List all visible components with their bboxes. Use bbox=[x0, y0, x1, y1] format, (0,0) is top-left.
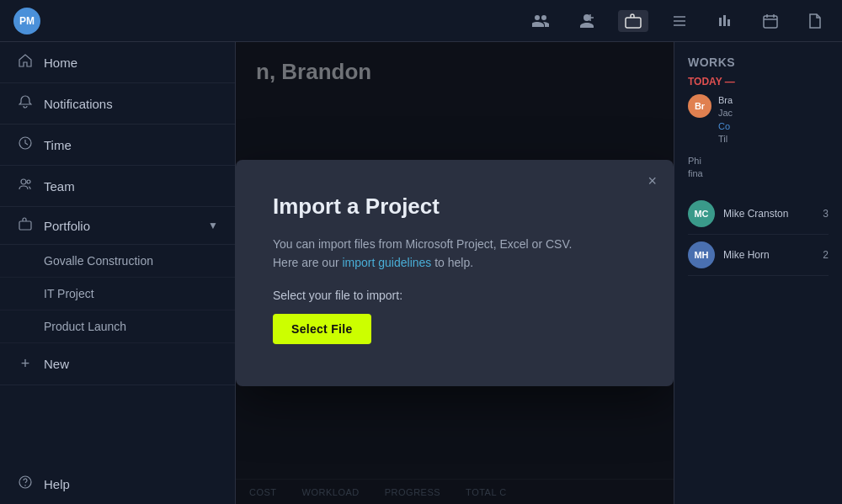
plus-icon: + bbox=[17, 355, 34, 373]
activity-text-2: Phifina bbox=[688, 155, 703, 181]
briefcase-nav-icon[interactable] bbox=[618, 10, 648, 32]
right-panel-title: Works bbox=[688, 56, 829, 69]
member-avatar-mh: MH bbox=[688, 241, 715, 268]
sidebar-item-portfolio[interactable]: Portfolio ▼ bbox=[0, 207, 235, 245]
chart-nav-icon[interactable] bbox=[711, 11, 739, 31]
sidebar-subitem-it-label: IT Project bbox=[44, 287, 94, 300]
top-nav: PM bbox=[0, 0, 842, 42]
sidebar: Home Notifications Time bbox=[0, 42, 236, 504]
sidebar-subitem-govalle-label: Govalle Construction bbox=[44, 254, 153, 268]
home-icon bbox=[17, 54, 34, 71]
member-name-mc: Mike Cranston bbox=[723, 208, 814, 220]
members-section: MC Mike Cranston 3 MH Mike Horn 2 bbox=[688, 194, 829, 276]
svg-rect-7 bbox=[764, 16, 777, 28]
import-guidelines-link[interactable]: import guidelines bbox=[342, 256, 431, 269]
svg-rect-5 bbox=[723, 15, 726, 26]
chevron-down-icon: ▼ bbox=[208, 220, 218, 231]
help-icon bbox=[17, 475, 34, 492]
svg-rect-6 bbox=[727, 19, 730, 26]
activity-extra: Phifina bbox=[688, 156, 703, 178]
member-item-mc: MC Mike Cranston 3 bbox=[688, 194, 829, 235]
list-nav-icon[interactable] bbox=[665, 11, 694, 31]
import-project-modal: × Import a Project You can import files … bbox=[236, 160, 674, 387]
team-sidebar-icon bbox=[17, 178, 34, 194]
sidebar-item-home-label: Home bbox=[44, 56, 77, 70]
member-avatar-mc: MC bbox=[688, 200, 715, 227]
modal-description: You can import files from Microsoft Proj… bbox=[273, 235, 637, 273]
member-count-mc: 3 bbox=[823, 208, 829, 220]
activity-item-2: Phifina bbox=[688, 155, 829, 181]
modal-description-text2: Here are our bbox=[273, 256, 342, 269]
activity-name: Bra bbox=[718, 95, 733, 105]
right-panel: Works TODAY — Br Bra Jac Co Til Phifina … bbox=[674, 42, 842, 504]
main-layout: Home Notifications Time bbox=[0, 42, 842, 504]
sidebar-item-portfolio-label: Portfolio bbox=[44, 219, 90, 233]
member-name-mh: Mike Horn bbox=[723, 249, 814, 261]
sidebar-item-notifications[interactable]: Notifications bbox=[0, 83, 235, 125]
svg-rect-0 bbox=[626, 18, 641, 28]
svg-rect-4 bbox=[719, 18, 722, 26]
sidebar-item-help-label: Help bbox=[44, 477, 70, 491]
member-item-mh: MH Mike Horn 2 bbox=[688, 235, 829, 276]
modal-title: Import a Project bbox=[273, 194, 637, 220]
team-nav-icon[interactable] bbox=[573, 10, 601, 32]
time-icon bbox=[17, 136, 34, 153]
modal-description-text3: to help. bbox=[431, 256, 473, 269]
sidebar-subitem-it[interactable]: IT Project bbox=[0, 278, 235, 310]
sidebar-subitem-product[interactable]: Product Launch bbox=[0, 310, 235, 343]
sidebar-item-notifications-label: Notifications bbox=[44, 97, 113, 111]
modal-close-button[interactable]: × bbox=[647, 173, 657, 188]
svg-point-16 bbox=[24, 485, 26, 486]
svg-rect-14 bbox=[19, 221, 31, 230]
portfolio-icon bbox=[17, 217, 34, 234]
activity-item-1: Br Bra Jac Co Til bbox=[688, 94, 829, 146]
members-nav-icon[interactable] bbox=[525, 10, 556, 32]
svg-point-15 bbox=[19, 476, 31, 488]
modal-select-label: Select your file to import: bbox=[273, 289, 637, 302]
sidebar-item-home[interactable]: Home bbox=[0, 42, 235, 83]
today-label: TODAY — bbox=[688, 76, 829, 88]
svg-point-13 bbox=[27, 180, 30, 183]
activity-link[interactable]: Co bbox=[718, 121, 730, 131]
member-count-mh: 2 bbox=[823, 249, 829, 261]
sidebar-item-help[interactable]: Help bbox=[0, 464, 235, 504]
content-area: n, Brandon COST WORKLOAD PROGRESS TOTAL … bbox=[236, 42, 674, 504]
calendar-nav-icon[interactable] bbox=[756, 10, 785, 32]
sidebar-item-team-label: Team bbox=[44, 179, 75, 194]
notifications-icon bbox=[17, 95, 34, 112]
app-logo[interactable]: PM bbox=[13, 8, 40, 34]
sidebar-subitem-govalle[interactable]: Govalle Construction bbox=[0, 245, 235, 278]
sidebar-item-team[interactable]: Team bbox=[0, 166, 235, 207]
activity-detail: Jac Co Til bbox=[718, 108, 733, 144]
sidebar-item-time[interactable]: Time bbox=[0, 125, 235, 166]
avatar-bra: Br bbox=[688, 94, 711, 118]
nav-icons bbox=[525, 10, 829, 32]
sidebar-subitem-product-label: Product Launch bbox=[44, 320, 126, 333]
modal-description-text1: You can import files from Microsoft Proj… bbox=[273, 237, 572, 251]
svg-point-12 bbox=[21, 179, 26, 184]
sidebar-item-new-label: New bbox=[44, 357, 69, 371]
activity-text-1: Bra Jac Co Til bbox=[718, 94, 733, 146]
sidebar-item-new[interactable]: + New bbox=[0, 343, 235, 385]
modal-overlay: × Import a Project You can import files … bbox=[236, 42, 674, 504]
sidebar-item-time-label: Time bbox=[44, 138, 72, 152]
select-file-button[interactable]: Select File bbox=[273, 314, 371, 344]
document-nav-icon[interactable] bbox=[802, 10, 829, 32]
